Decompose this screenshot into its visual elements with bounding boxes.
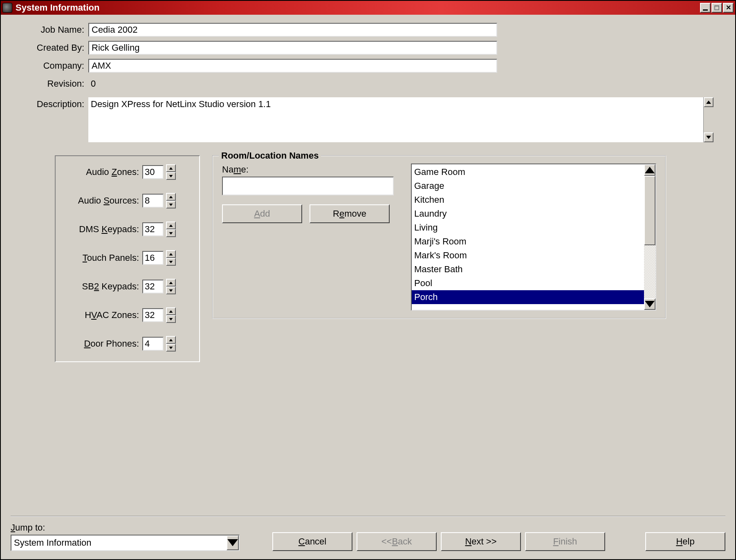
list-item[interactable]: Living xyxy=(412,221,644,235)
svg-marker-0 xyxy=(706,101,711,104)
room-location-groupbox: Room/Location Names Name: Add Remove xyxy=(212,155,666,319)
audio-zones-spin-up[interactable] xyxy=(166,164,176,172)
room-listbox[interactable]: Game RoomGarageKitchenLaundryLivingMarji… xyxy=(411,164,656,311)
svg-marker-16 xyxy=(645,167,655,173)
audio-sources-input[interactable] xyxy=(142,194,164,208)
jump-to-value[interactable] xyxy=(11,535,227,550)
svg-marker-6 xyxy=(169,224,173,227)
description-textarea[interactable]: Design XPress for NetLinx Studio version… xyxy=(88,97,703,142)
client-area: Job Name: Created By: Company: Revision:… xyxy=(1,15,735,559)
room-list-scrollbar[interactable] xyxy=(644,164,655,310)
system-information-window: System Information ✕ Job Name: Created B… xyxy=(0,0,736,560)
list-item[interactable]: Laundry xyxy=(412,207,644,221)
svg-marker-11 xyxy=(169,289,173,292)
back-button[interactable]: << Back xyxy=(357,532,437,551)
touch-panels-input[interactable] xyxy=(142,251,164,265)
description-scrollbar[interactable] xyxy=(703,97,714,142)
dms-keypads-input[interactable] xyxy=(142,222,164,236)
revision-value: 0 xyxy=(88,78,96,89)
jump-to-combo[interactable] xyxy=(11,535,240,551)
company-input[interactable] xyxy=(88,59,497,73)
door-phones-label: Door Phones: xyxy=(61,338,142,349)
revision-label: Revision: xyxy=(11,78,88,89)
svg-marker-12 xyxy=(169,310,173,313)
created-by-label: Created By: xyxy=(11,43,88,53)
audio-sources-spin-down[interactable] xyxy=(166,201,176,208)
jump-to-label: Jump to: xyxy=(11,522,248,533)
sb2-keypads-input[interactable] xyxy=(142,280,164,293)
room-name-label: Name: xyxy=(222,164,398,175)
svg-marker-5 xyxy=(169,204,173,206)
title-bar[interactable]: System Information ✕ xyxy=(1,1,735,15)
audio-sources-spin-up[interactable] xyxy=(166,193,176,201)
help-button[interactable]: Help xyxy=(645,532,725,551)
next-button[interactable]: Next >> xyxy=(441,532,521,551)
sb2-keypads-label: SB2 Keypads: xyxy=(61,281,142,292)
scroll-down-icon[interactable] xyxy=(644,298,655,310)
svg-marker-14 xyxy=(169,339,173,341)
svg-marker-7 xyxy=(169,232,173,235)
touch-panels-spin-up[interactable] xyxy=(166,250,176,258)
dms-keypads-spin-down[interactable] xyxy=(166,229,176,237)
job-name-input[interactable] xyxy=(88,23,497,37)
list-item[interactable]: Kitchen xyxy=(412,193,644,207)
separator xyxy=(11,516,725,517)
hvac-zones-spin-down[interactable] xyxy=(166,315,176,323)
list-item[interactable]: Marji's Room xyxy=(412,235,644,249)
svg-marker-2 xyxy=(169,167,173,170)
list-item[interactable]: Game Room xyxy=(412,165,644,179)
door-phones-spin-up[interactable] xyxy=(166,336,176,344)
description-label: Description: xyxy=(11,97,88,110)
hvac-zones-input[interactable] xyxy=(142,308,164,322)
remove-button[interactable]: Remove xyxy=(310,204,390,223)
svg-marker-3 xyxy=(169,175,173,177)
dms-keypads-spin-up[interactable] xyxy=(166,222,176,229)
door-phones-spin-down[interactable] xyxy=(166,344,176,352)
maximize-button[interactable] xyxy=(711,3,722,13)
scroll-down-icon[interactable] xyxy=(704,132,714,142)
counts-panel: Audio Zones: Audio Sources: xyxy=(55,155,200,362)
list-item[interactable]: Porch xyxy=(412,290,644,304)
window-title: System Information xyxy=(16,2,99,13)
close-button[interactable]: ✕ xyxy=(723,3,734,13)
door-phones-input[interactable] xyxy=(142,337,164,351)
room-name-input[interactable] xyxy=(222,177,394,195)
audio-zones-spin-down[interactable] xyxy=(166,172,176,180)
audio-zones-label: Audio Zones: xyxy=(61,167,142,177)
hvac-zones-label: HVAC Zones: xyxy=(61,310,142,320)
add-button[interactable]: Add xyxy=(222,204,302,223)
audio-sources-label: Audio Sources: xyxy=(61,195,142,206)
svg-marker-18 xyxy=(227,539,238,546)
list-item[interactable]: Garage xyxy=(412,179,644,193)
hvac-zones-spin-up[interactable] xyxy=(166,307,176,315)
finish-button[interactable]: Finish xyxy=(525,532,605,551)
svg-marker-8 xyxy=(169,253,173,255)
created-by-input[interactable] xyxy=(88,41,497,55)
touch-panels-spin-down[interactable] xyxy=(166,258,176,266)
svg-marker-10 xyxy=(169,282,173,284)
list-item[interactable]: Pool xyxy=(412,276,644,290)
svg-marker-15 xyxy=(169,347,173,349)
company-label: Company: xyxy=(11,60,88,71)
svg-marker-4 xyxy=(169,196,173,198)
sb2-keypads-spin-up[interactable] xyxy=(166,279,176,287)
scroll-track[interactable] xyxy=(644,245,655,298)
audio-zones-input[interactable] xyxy=(142,165,164,179)
app-icon xyxy=(2,3,12,13)
sb2-keypads-spin-down[interactable] xyxy=(166,287,176,294)
cancel-button[interactable]: Cancel xyxy=(272,532,352,551)
scroll-up-icon[interactable] xyxy=(644,164,655,176)
list-item[interactable]: Master Bath xyxy=(412,262,644,276)
scroll-thumb[interactable] xyxy=(644,176,655,245)
svg-marker-1 xyxy=(706,136,711,139)
chevron-down-icon[interactable] xyxy=(227,535,239,550)
dms-keypads-label: DMS Keypads: xyxy=(61,224,142,235)
job-name-label: Job Name: xyxy=(11,25,88,35)
groupbox-title: Room/Location Names xyxy=(219,150,321,161)
list-item[interactable]: Mark's Room xyxy=(412,249,644,262)
minimize-button[interactable] xyxy=(700,3,711,13)
svg-marker-17 xyxy=(645,301,655,307)
scroll-up-icon[interactable] xyxy=(704,97,714,107)
svg-marker-9 xyxy=(169,261,173,263)
svg-marker-13 xyxy=(169,318,173,320)
